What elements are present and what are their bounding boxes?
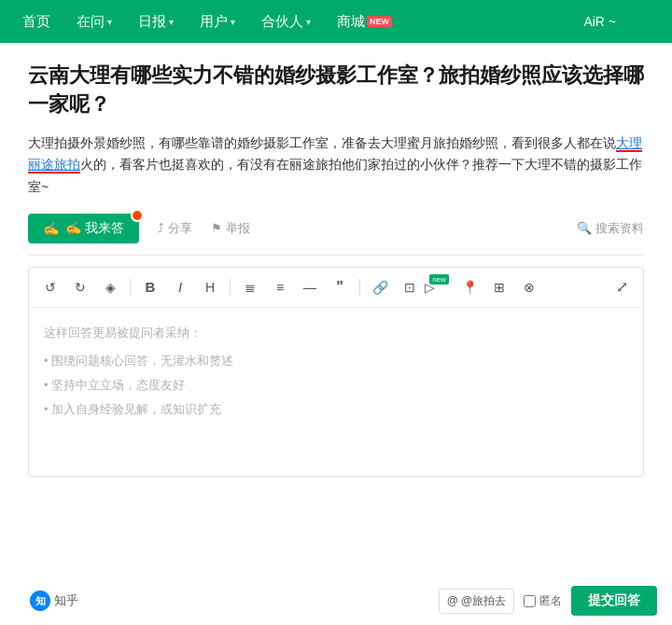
- table-button[interactable]: ⊞: [487, 275, 511, 299]
- italic-button[interactable]: I: [168, 275, 192, 299]
- heading-button[interactable]: H: [198, 275, 222, 299]
- search-icon: 🔍: [577, 221, 592, 235]
- answer-editor: ↺ ↻ ◈ B I H ≣ ≡ — " 🔗 ⊡ ▷ new 📍 ⊞ ⊗ ⤢: [28, 267, 644, 477]
- editor-toolbar: ↺ ↻ ◈ B I H ≣ ≡ — " 🔗 ⊡ ▷ new 📍 ⊞ ⊗ ⤢: [29, 268, 643, 308]
- action-row: ✍ ✍ 我来答 ⤴ 分享 ⚑ 举报 🔍 搜索资料: [28, 214, 644, 243]
- community-tag[interactable]: @ @旅拍去: [439, 589, 514, 614]
- at-icon: @: [447, 594, 458, 607]
- nav-shop[interactable]: 商城 NEW: [324, 0, 405, 43]
- chevron-down-icon: ▾: [231, 17, 235, 27]
- submit-button[interactable]: 提交回答: [571, 586, 657, 616]
- nav-user[interactable]: 用户 ▾: [187, 0, 248, 43]
- navigation: 首页 在问 ▾ 日报 ▾ 用户 ▾ 合伙人 ▾ 商城 NEW AiR ~: [0, 0, 672, 43]
- bold-button[interactable]: B: [138, 275, 162, 299]
- notification-dot: [131, 209, 144, 222]
- anonymous-toggle[interactable]: 匿名: [524, 593, 562, 609]
- unordered-list-button[interactable]: ≡: [268, 275, 292, 299]
- hr-button[interactable]: —: [298, 275, 322, 299]
- toolbar-separator: [130, 279, 131, 296]
- nav-ask[interactable]: 在问 ▾: [63, 0, 125, 43]
- report-button[interactable]: ⚑ 举报: [211, 220, 250, 237]
- video-button[interactable]: ▷ new: [427, 275, 452, 299]
- toolbar-separator-2: [230, 279, 231, 296]
- main-content: 云南大理有哪些实力不错的婚纱摄影工作室？旅拍婚纱照应该选择哪一家呢？ 大理拍摄外…: [0, 43, 672, 495]
- more-button[interactable]: ⊗: [517, 275, 541, 299]
- zhihu-logo: 知 知乎: [30, 590, 78, 611]
- search-resource-button[interactable]: 🔍 搜索资料: [577, 220, 644, 237]
- write-icon: ✍: [43, 221, 59, 236]
- location-button[interactable]: 📍: [457, 275, 482, 299]
- question-body-part2: 火的，看客片也挺喜欢的，有没有在丽途旅拍他们家拍过的小伙伴？推荐一下大理不错的摄…: [28, 157, 642, 194]
- question-body-part1: 大理拍摄外景婚纱照，有哪些靠谱的婚纱摄影工作室，准备去大理蜜月旅拍婚纱照，看到很…: [28, 135, 616, 150]
- editor-hints: 这样回答更易被提问者采纳： 围绕问题核心回答，无灌水和赘述 坚持中立立场，态度友…: [44, 321, 628, 422]
- air-text: AiR ~: [583, 14, 616, 29]
- question-title: 云南大理有哪些实力不错的婚纱摄影工作室？旅拍婚纱照应该选择哪一家呢？: [28, 62, 644, 119]
- chevron-down-icon: ▾: [169, 17, 174, 27]
- toolbar-separator-3: [359, 279, 360, 296]
- expand-button[interactable]: ⤢: [609, 275, 634, 299]
- quote-button[interactable]: ": [328, 275, 352, 299]
- chevron-down-icon: ▾: [107, 17, 112, 27]
- new-badge: new: [429, 274, 449, 285]
- zhihu-icon: 知: [30, 590, 50, 611]
- link-button[interactable]: 🔗: [368, 275, 392, 299]
- chevron-down-icon: ▾: [306, 17, 311, 27]
- hint-title: 这样回答更易被提问者采纳：: [44, 321, 628, 345]
- nav-daily[interactable]: 日报 ▾: [125, 0, 187, 43]
- undo-button[interactable]: ↺: [38, 275, 63, 299]
- new-badge: NEW: [367, 16, 392, 27]
- divider: [28, 255, 644, 256]
- hint-item-2: 坚持中立立场，态度友好: [44, 373, 628, 397]
- question-body: 大理拍摄外景婚纱照，有哪些靠谱的婚纱摄影工作室，准备去大理蜜月旅拍婚纱照，看到很…: [28, 132, 644, 199]
- flag-icon: ⚑: [211, 221, 222, 235]
- image-button[interactable]: ⊡: [398, 275, 422, 299]
- answer-button[interactable]: ✍ ✍ 我来答: [28, 214, 139, 243]
- hint-item-1: 围绕问题核心回答，无灌水和赘述: [44, 349, 628, 373]
- anonymous-checkbox[interactable]: [524, 595, 536, 607]
- bottom-bar: 知 知乎 @ @旅拍去 匿名 提交回答: [0, 586, 672, 616]
- editor-body[interactable]: 这样回答更易被提问者采纳： 围绕问题核心回答，无灌水和赘述 坚持中立立场，态度友…: [29, 308, 643, 476]
- share-icon: ⤴: [158, 221, 164, 235]
- hint-item-3: 加入自身经验见解，或知识扩充: [44, 397, 628, 422]
- ordered-list-button[interactable]: ≣: [238, 275, 262, 299]
- nav-home[interactable]: 首页: [9, 0, 63, 43]
- redo-button[interactable]: ↻: [68, 275, 92, 299]
- nav-partner[interactable]: 合伙人 ▾: [248, 0, 324, 43]
- share-button[interactable]: ⤴ 分享: [158, 220, 192, 237]
- format-button[interactable]: ◈: [98, 275, 122, 299]
